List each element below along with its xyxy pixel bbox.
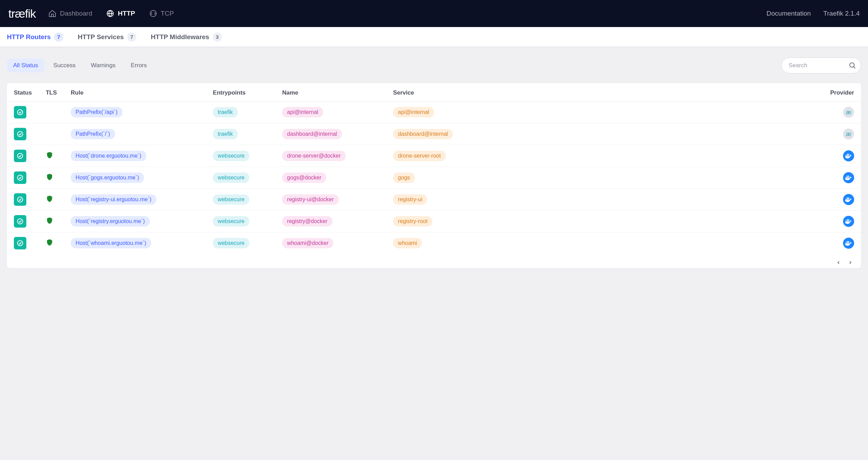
subtab-label: HTTP Services — [78, 33, 124, 41]
table-header-row: Status TLS Rule Entrypoints Name Service… — [7, 83, 861, 101]
svg-point-18 — [18, 197, 23, 202]
name-chip: registry-ui@docker — [282, 194, 339, 205]
traefik-internal-icon: æ — [843, 107, 854, 118]
table-row[interactable]: Host(`registry.erguotou.me`)websecurereg… — [7, 211, 861, 232]
version-label[interactable]: Traefik 2.1.4 — [823, 10, 860, 17]
globe-icon — [106, 9, 114, 18]
rule-chip: PathPrefix(`/`) — [71, 129, 115, 139]
rule-chip: Host(`registry-ui.erguotou.me`) — [71, 194, 156, 205]
status-badge — [14, 193, 26, 206]
page-prev[interactable] — [836, 259, 841, 267]
nav-item-label: Dashboard — [60, 10, 92, 17]
svg-rect-17 — [848, 176, 849, 177]
sub-tabs: HTTP Routers7HTTP Services7HTTP Middlewa… — [0, 27, 868, 47]
svg-rect-13 — [845, 177, 847, 178]
svg-rect-20 — [847, 199, 848, 200]
nav-right: Documentation Traefik 2.1.4 — [766, 10, 860, 17]
entrypoint-chip: websecure — [213, 238, 249, 248]
svg-point-30 — [18, 241, 23, 246]
col-tls[interactable]: TLS — [39, 83, 64, 101]
nav-item-label: TCP — [161, 10, 174, 17]
service-chip: gogs — [393, 172, 415, 183]
subtab-label: HTTP Routers — [7, 33, 51, 41]
subtab-label: HTTP Middlewares — [151, 33, 209, 41]
check-circle-icon — [17, 152, 24, 159]
svg-rect-10 — [847, 154, 848, 155]
col-status[interactable]: Status — [7, 83, 39, 101]
status-badge — [14, 128, 26, 140]
svg-rect-11 — [848, 154, 849, 155]
nav-item-dashboard[interactable]: Dashboard — [48, 9, 92, 18]
logo[interactable]: træfik — [8, 7, 36, 20]
nav-item-tcp[interactable]: TCP — [149, 9, 174, 18]
name-chip: dashboard@internal — [282, 129, 342, 139]
svg-point-6 — [18, 153, 23, 159]
table-row[interactable]: PathPrefix(`/`)traefikdashboard@internal… — [7, 123, 861, 145]
col-name[interactable]: Name — [275, 83, 386, 101]
subtab-http-services[interactable]: HTTP Services7 — [78, 33, 136, 42]
table-row[interactable]: Host(`whoami.erguotou.me`)websecurewhoam… — [7, 232, 861, 254]
service-chip: whoami — [393, 238, 422, 248]
primary-nav: DashboardHTTPTCP — [48, 9, 766, 18]
svg-rect-35 — [848, 241, 849, 242]
service-chip: api@internal — [393, 107, 434, 117]
subtab-http-middlewares[interactable]: HTTP Middlewares3 — [151, 33, 222, 42]
svg-rect-19 — [845, 199, 847, 200]
entrypoint-chip: websecure — [213, 172, 249, 183]
col-provider[interactable]: Provider — [490, 83, 861, 101]
check-circle-icon — [17, 131, 24, 138]
shield-icon — [46, 198, 53, 204]
svg-rect-34 — [847, 241, 848, 242]
check-circle-icon — [17, 174, 24, 181]
table-row[interactable]: Host(`drone.erguotou.me`)websecuredrone-… — [7, 145, 861, 167]
table-row[interactable]: Host(`gogs.erguotou.me`)websecuregogs@do… — [7, 167, 861, 189]
page-next[interactable] — [848, 259, 853, 267]
service-chip: drone-server-root — [393, 151, 446, 161]
col-service[interactable]: Service — [386, 83, 490, 101]
docker-icon — [843, 238, 854, 249]
shield-icon — [46, 177, 53, 183]
svg-rect-14 — [847, 177, 848, 178]
entrypoint-chip: traefik — [213, 129, 238, 139]
status-filter-errors[interactable]: Errors — [124, 59, 153, 72]
service-chip: registry-root — [393, 216, 432, 227]
svg-line-3 — [854, 67, 856, 69]
entrypoint-chip: websecure — [213, 151, 249, 161]
svg-rect-15 — [848, 177, 849, 178]
svg-rect-32 — [847, 242, 848, 244]
svg-rect-25 — [845, 221, 847, 222]
docs-link[interactable]: Documentation — [766, 10, 811, 17]
status-badge — [14, 150, 26, 162]
col-entrypoints[interactable]: Entrypoints — [206, 83, 275, 101]
service-chip: dashboard@internal — [393, 129, 453, 139]
pagination — [7, 254, 861, 268]
status-badge — [14, 237, 26, 249]
subtab-http-routers[interactable]: HTTP Routers7 — [7, 33, 63, 42]
search-box — [781, 57, 861, 73]
svg-rect-21 — [848, 199, 849, 200]
svg-rect-22 — [847, 197, 848, 198]
circle-arrows-icon — [149, 9, 157, 18]
routers-table-card: Status TLS Rule Entrypoints Name Service… — [7, 83, 861, 268]
svg-rect-33 — [848, 242, 849, 244]
rule-chip: PathPrefix(`/api`) — [71, 107, 122, 117]
nav-item-http[interactable]: HTTP — [106, 9, 135, 18]
svg-point-2 — [850, 63, 854, 67]
svg-rect-9 — [848, 155, 849, 156]
status-filter-success[interactable]: Success — [47, 59, 82, 72]
table-row[interactable]: PathPrefix(`/api`)traefikapi@internalapi… — [7, 101, 861, 123]
filter-row: All StatusSuccessWarningsErrors — [7, 57, 861, 73]
traefik-internal-icon: æ — [843, 129, 854, 140]
svg-rect-27 — [848, 221, 849, 222]
status-filter-all-status[interactable]: All Status — [7, 59, 44, 72]
docker-icon — [843, 172, 854, 183]
col-rule[interactable]: Rule — [64, 83, 206, 101]
status-filter-warnings[interactable]: Warnings — [85, 59, 122, 72]
content-area: All StatusSuccessWarningsErrors Status T… — [0, 47, 868, 275]
status-badge — [14, 106, 26, 118]
status-badge — [14, 171, 26, 184]
search-icon — [849, 62, 856, 69]
table-row[interactable]: Host(`registry-ui.erguotou.me`)websecure… — [7, 189, 861, 211]
svg-rect-16 — [847, 176, 848, 177]
svg-rect-31 — [845, 242, 847, 244]
